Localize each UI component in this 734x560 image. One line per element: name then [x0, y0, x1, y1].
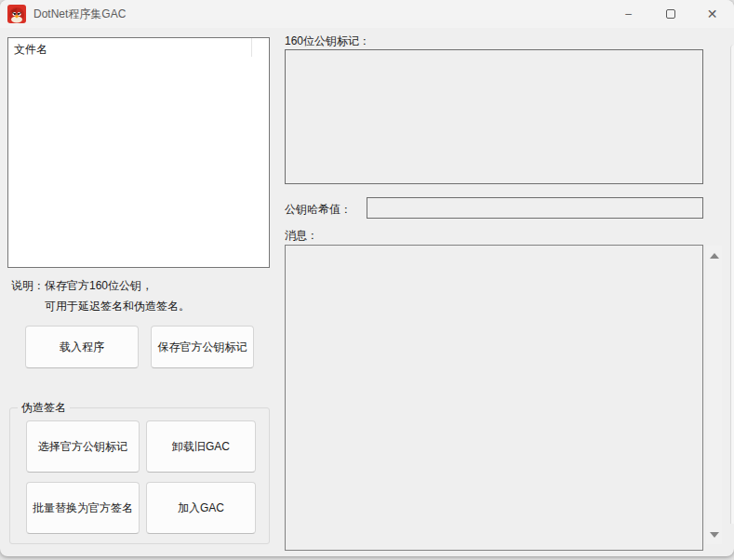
window-controls: – ✕: [607, 0, 733, 28]
public-key-hash-label: 公钥哈希值：: [285, 202, 352, 218]
scroll-up-icon[interactable]: [706, 247, 722, 263]
maximize-icon[interactable]: [649, 0, 691, 28]
public-key-token-box[interactable]: [285, 49, 703, 184]
message-label: 消息：: [285, 228, 318, 244]
angry-bird-app-icon: [7, 5, 26, 23]
batch-replace-official-button[interactable]: 批量替换为官方签名: [26, 482, 140, 534]
save-official-token-button[interactable]: 保存官方公钥标记: [151, 326, 254, 368]
file-listview[interactable]: 文件名: [7, 37, 270, 268]
message-scrollbar[interactable]: [706, 246, 722, 544]
background-window-edge: [730, 45, 734, 524]
file-list-column-header[interactable]: 文件名: [8, 38, 269, 58]
minimize-icon[interactable]: –: [607, 0, 649, 28]
message-box[interactable]: [285, 245, 703, 551]
forge-signature-group-title: 伪造签名: [18, 400, 70, 416]
description-line-2: 可用于延迟签名和伪造签名。: [45, 299, 190, 314]
uninstall-old-gac-button[interactable]: 卸载旧GAC: [146, 420, 256, 473]
public-key-token-label: 160位公钥标记：: [285, 33, 370, 49]
scroll-down-icon[interactable]: [706, 527, 722, 542]
add-to-gac-button[interactable]: 加入GAC: [146, 482, 256, 534]
titlebar[interactable]: DotNet程序集GAC – ✕: [0, 0, 734, 28]
select-official-token-button[interactable]: 选择官方公钥标记: [26, 420, 140, 473]
close-icon[interactable]: ✕: [691, 0, 733, 28]
app-window: DotNet程序集GAC – ✕ 文件名 说明：保存官方160位公钥， 可用于延…: [0, 0, 734, 556]
description-line-1: 说明：保存官方160位公钥，: [11, 278, 153, 294]
window-title: DotNet程序集GAC: [33, 0, 126, 28]
load-program-button[interactable]: 载入程序: [25, 326, 139, 368]
public-key-hash-input[interactable]: [367, 197, 703, 219]
column-separator: [251, 38, 252, 57]
